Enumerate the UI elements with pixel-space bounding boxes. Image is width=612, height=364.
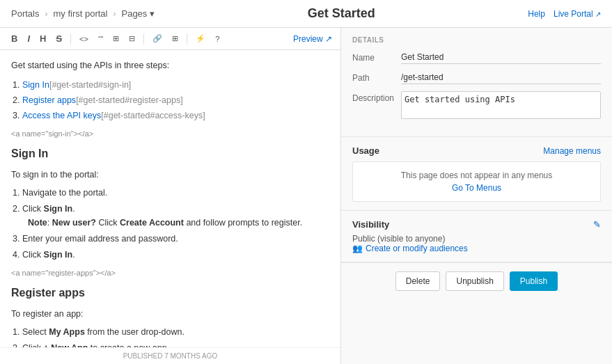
usage-title: Usage [352,145,379,156]
unpublish-button[interactable]: Unpublish [446,271,503,291]
editor-toolbar: B I H S <> “” ⊞ ⊟ 🔗 ⊞ ⚡ ? Preview ↗ [0,28,340,50]
path-field-row: Path [352,71,601,84]
details-section-label: DETAILS [352,36,601,44]
toolbar-separator-1 [70,33,71,45]
usage-box: This page does not appear in any menus G… [352,161,601,202]
image-button[interactable]: ⊞ [169,33,181,45]
path-field-value [401,71,601,84]
sign-in-intro: To sign in to the portal: [11,168,329,182]
details-panel: DETAILS Name Path Description Get starte… [341,28,612,364]
quote-button[interactable]: “” [95,33,106,45]
publish-button[interactable]: Publish [510,271,558,291]
breadcrumb-sep-2: › [113,9,116,19]
table2-button[interactable]: ⊟ [126,33,138,45]
toolbar-right: Preview ↗ [293,34,332,44]
sign-in-anchor: <a name="sign-in"></a> [11,128,329,141]
page-title: Get Started [308,6,375,21]
step-2: Register apps[#get-started#register-apps… [22,93,329,107]
table-button[interactable]: ⊞ [110,33,122,45]
external-link-icon: ↗ [595,10,601,18]
description-field-row: Description Get started using APIs [352,91,601,121]
strikethrough-button[interactable]: S [53,32,65,45]
action-section: Delete Unpublish Publish [341,262,612,299]
sign-in-heading: Sign In [11,145,329,163]
visibility-title: Visibility [352,219,389,230]
sign-in-step-2: Click Sign In. Note: New user? Click Cre… [22,202,329,230]
register-step-1: Select My Apps from the user drop-down. [22,325,329,339]
path-input[interactable] [401,71,601,84]
name-field-value [401,51,601,64]
italic-button[interactable]: I [24,32,33,45]
sign-in-steps: Navigate to the portal. Click Sign In. N… [22,186,329,262]
description-label: Description [352,91,401,103]
step-1: Sign In[#get-started#sign-in] [22,78,329,92]
no-menu-text: This page does not appear in any menus [401,171,552,180]
description-field-value: Get started using APIs [401,91,601,121]
usage-header: Usage Manage menus [352,145,601,156]
link-button[interactable]: 🔗 [150,33,165,45]
register-apps-link[interactable]: Register apps [22,95,76,105]
live-portal-link[interactable]: Live Portal ↗ [554,9,601,19]
toolbar-separator-2 [143,33,144,45]
bold-button[interactable]: B [8,32,20,45]
name-label: Name [352,51,401,63]
heading-button[interactable]: H [37,32,49,45]
preview-link[interactable]: Preview ↗ [293,34,332,44]
sign-in-step-3: Enter your email address and password. [22,232,329,246]
portals-link[interactable]: Portals [11,8,39,19]
go-to-menus-link[interactable]: Go To Menus [361,183,592,193]
manage-menus-link[interactable]: Manage menus [543,146,601,156]
delete-button[interactable]: Delete [395,271,441,291]
steps-list: Sign In[#get-started#sign-in] Register a… [22,78,329,122]
sign-in-link[interactable]: Sign In [22,80,49,90]
visibility-section: Visibility ✎ Public (visible to anyone) … [341,211,612,262]
audience-label: Create or modify audiences [366,244,468,253]
sign-in-step-1: Navigate to the portal. [22,186,329,200]
main-container: B I H S <> “” ⊞ ⊟ 🔗 ⊞ ⚡ ? Preview ↗ [0,28,612,364]
published-timestamp: PUBLISHED 7 MONTHS AGO [123,352,218,360]
pages-label: Pages [121,8,147,19]
visibility-public-text: Public (visible to anyone) [352,234,601,244]
top-navigation: Portals › my first portal › Pages ▾ Get … [0,0,612,28]
top-nav-actions: Help Live Portal ↗ [528,9,601,19]
usage-section: Usage Manage menus This page does not ap… [341,137,612,210]
editor-panel: B I H S <> “” ⊞ ⊟ 🔗 ⊞ ⚡ ? Preview ↗ [0,28,341,364]
toolbar-left: B I H S <> “” ⊞ ⊟ 🔗 ⊞ ⚡ ? [8,32,222,45]
audience-icon: 👥 [352,244,363,253]
editor-content[interactable]: Get started using the APIs in three step… [0,50,340,347]
register-intro: To register an app: [11,307,329,321]
register-heading: Register apps [11,284,329,302]
description-textarea[interactable]: Get started using APIs [401,91,601,119]
name-field-row: Name [352,51,601,64]
sign-in-step-4: Click Sign In. [22,248,329,262]
visibility-edit-icon[interactable]: ✎ [593,219,601,230]
register-step-2: Click + New App to create a new app. [22,341,329,347]
bolt-button[interactable]: ⚡ [193,33,208,45]
name-input[interactable] [401,51,601,64]
register-steps: Select My Apps from the user drop-down. … [22,325,329,347]
details-section: DETAILS Name Path Description Get starte… [341,28,612,136]
help-link[interactable]: Help [528,9,545,19]
audience-link[interactable]: 👥 Create or modify audiences [352,244,601,253]
visibility-header: Visibility ✎ [352,219,601,230]
register-anchor: <a name="register-apps"></a> [11,267,329,280]
breadcrumb: Portals › my first portal › Pages ▾ [11,8,155,19]
toolbar-separator-3 [187,33,187,45]
path-label: Path [352,71,401,83]
access-keys-link[interactable]: Access the API keys [22,111,101,120]
intro-text: Get started using the APIs in three step… [11,58,329,72]
breadcrumb-sep-1: › [45,9,47,19]
editor-footer: PUBLISHED 7 MONTHS AGO [0,347,340,364]
step-3: Access the API keys[#get-started#access-… [22,109,329,122]
portal-name: my first portal [53,8,107,19]
pages-dropdown[interactable]: Pages ▾ [121,8,155,19]
help-button[interactable]: ? [212,33,222,45]
dropdown-chevron-icon: ▾ [150,8,155,19]
code-button[interactable]: <> [77,33,91,45]
